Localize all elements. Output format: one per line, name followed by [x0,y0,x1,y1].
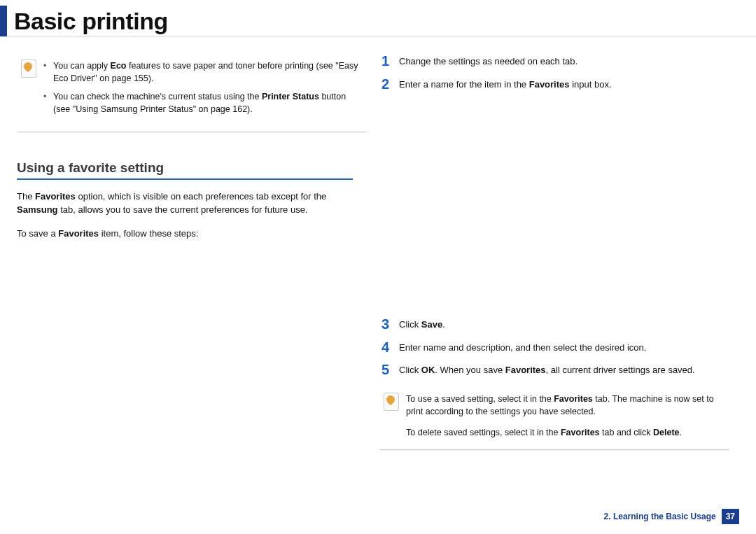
step-item: 3 Click Save. [379,317,729,332]
step-number: 5 [379,363,389,377]
step-text: Change the settings as needed on each ta… [399,54,578,69]
content-columns: You can apply Eco features to save paper… [0,37,756,450]
page-footer: 2. Learning the Basic Usage 37 [604,509,739,524]
step-number: 2 [379,77,389,92]
chapter-label: 2. Learning the Basic Usage [604,512,716,521]
section-heading: Using a favorite setting [17,160,353,180]
step-text: Click Save. [399,317,445,332]
tip-note-box: To use a saved setting, select it in the… [379,387,729,449]
note-icon [384,393,399,411]
note-item: You can apply Eco features to save paper… [43,59,363,85]
body-paragraph: To save a Favorites item, follow these s… [17,227,367,241]
page-number-badge: 37 [722,509,739,524]
right-column: 1 Change the settings as needed on each … [379,54,729,450]
step-text: Click OK. When you save Favorites, all c… [399,363,695,377]
note-item: You can check the machine's current stat… [43,90,363,115]
page-title: Basic printing [14,8,168,35]
step-text: Enter name and description, and then sel… [399,340,646,355]
left-column: You can apply Eco features to save paper… [17,54,367,450]
layout-spacer [379,100,729,317]
body-paragraph: The Favorites option, which is visible o… [17,190,367,217]
step-number: 1 [379,54,389,69]
page-header: Basic printing [0,0,756,37]
tip-note-box: You can apply Eco features to save paper… [17,54,367,132]
step-item: 2 Enter a name for the item in the Favor… [379,77,729,92]
steps-group-b: 3 Click Save. 4 Enter name and descripti… [379,317,729,378]
note-paragraph: To use a saved setting, select it in the… [406,393,725,418]
steps-group-a: 1 Change the settings as needed on each … [379,54,729,92]
note-body: To use a saved setting, select it in the… [406,393,725,439]
note-body: You can apply Eco features to save paper… [43,59,363,122]
step-item: 4 Enter name and description, and then s… [379,340,729,355]
step-text: Enter a name for the item in the Favorit… [399,77,612,92]
header-accent-bar [0,6,7,36]
note-icon [21,59,36,78]
step-number: 4 [379,340,389,355]
note-paragraph: To delete saved settings, select it in t… [406,426,725,439]
step-item: 5 Click OK. When you save Favorites, all… [379,363,729,377]
step-item: 1 Change the settings as needed on each … [379,54,729,69]
step-number: 3 [379,317,389,332]
